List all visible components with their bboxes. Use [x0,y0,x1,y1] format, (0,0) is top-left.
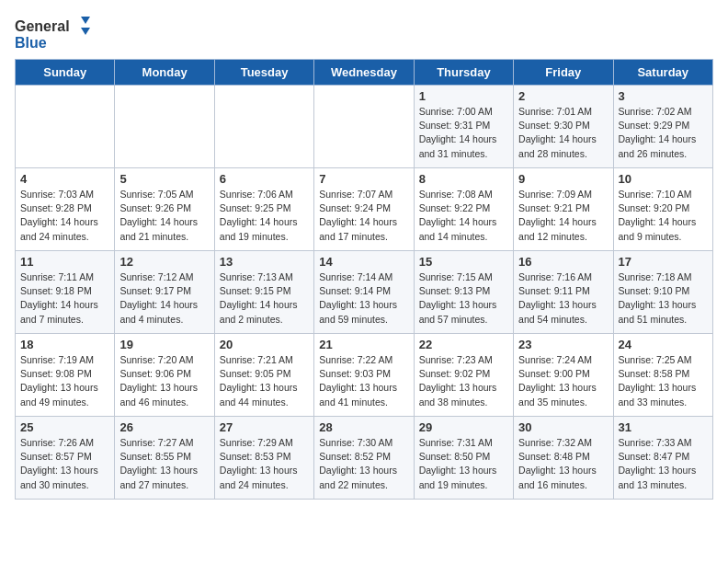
calendar-cell: 23Sunrise: 7:24 AM Sunset: 9:00 PM Dayli… [514,334,613,417]
day-number: 22 [419,338,508,351]
calendar-cell: 28Sunrise: 7:30 AM Sunset: 8:52 PM Dayli… [314,417,414,500]
svg-marker-2 [81,17,90,24]
day-detail: Sunrise: 7:21 AM Sunset: 9:05 PM Dayligh… [220,353,309,409]
calendar-cell: 22Sunrise: 7:23 AM Sunset: 9:02 PM Dayli… [414,334,513,417]
day-detail: Sunrise: 7:32 AM Sunset: 8:48 PM Dayligh… [518,436,608,492]
logo: GeneralBlue [15,15,97,52]
day-number: 11 [20,255,109,269]
day-detail: Sunrise: 7:11 AM Sunset: 9:18 PM Dayligh… [20,270,109,327]
calendar-cell: 30Sunrise: 7:32 AM Sunset: 8:48 PM Dayli… [514,417,613,500]
day-detail: Sunrise: 7:16 AM Sunset: 9:11 PM Dayligh… [518,270,608,327]
day-detail: Sunrise: 7:18 AM Sunset: 9:10 PM Dayligh… [619,270,708,327]
day-number: 18 [20,338,109,351]
calendar-cell: 15Sunrise: 7:15 AM Sunset: 9:13 PM Dayli… [414,251,513,334]
day-number: 26 [119,420,209,434]
calendar-cell: 3Sunrise: 7:02 AM Sunset: 9:29 PM Daylig… [613,86,712,168]
day-detail: Sunrise: 7:01 AM Sunset: 9:30 PM Dayligh… [518,105,608,161]
day-number: 24 [619,338,708,351]
day-number: 21 [319,338,408,351]
day-number: 25 [20,420,109,434]
calendar-cell: 18Sunrise: 7:19 AM Sunset: 9:08 PM Dayli… [16,334,115,417]
calendar-cell: 5Sunrise: 7:05 AM Sunset: 9:26 PM Daylig… [115,168,214,251]
col-header-monday: Monday [115,60,214,86]
svg-text:Blue: Blue [15,35,47,51]
calendar-cell: 24Sunrise: 7:25 AM Sunset: 8:58 PM Dayli… [613,334,712,417]
calendar-cell: 14Sunrise: 7:14 AM Sunset: 9:14 PM Dayli… [314,251,414,334]
day-detail: Sunrise: 7:31 AM Sunset: 8:50 PM Dayligh… [419,436,508,492]
calendar-cell: 11Sunrise: 7:11 AM Sunset: 9:18 PM Dayli… [16,251,115,334]
calendar-cell: 31Sunrise: 7:33 AM Sunset: 8:47 PM Dayli… [613,417,712,500]
day-number: 6 [220,172,309,186]
calendar-cell: 21Sunrise: 7:22 AM Sunset: 9:03 PM Dayli… [314,334,414,417]
day-detail: Sunrise: 7:10 AM Sunset: 9:20 PM Dayligh… [619,188,708,244]
day-number: 29 [419,420,508,434]
calendar-cell [314,86,414,168]
day-detail: Sunrise: 7:05 AM Sunset: 9:26 PM Dayligh… [119,188,209,244]
day-number: 23 [518,338,608,351]
day-detail: Sunrise: 7:24 AM Sunset: 9:00 PM Dayligh… [518,353,608,409]
day-detail: Sunrise: 7:25 AM Sunset: 8:58 PM Dayligh… [619,353,708,409]
day-detail: Sunrise: 7:27 AM Sunset: 8:55 PM Dayligh… [119,436,209,492]
day-detail: Sunrise: 7:13 AM Sunset: 9:15 PM Dayligh… [220,270,309,327]
calendar-cell [16,86,115,168]
day-detail: Sunrise: 7:30 AM Sunset: 8:52 PM Dayligh… [319,436,408,492]
day-detail: Sunrise: 7:26 AM Sunset: 8:57 PM Dayligh… [20,436,109,492]
calendar-cell: 25Sunrise: 7:26 AM Sunset: 8:57 PM Dayli… [16,417,115,500]
day-detail: Sunrise: 7:20 AM Sunset: 9:06 PM Dayligh… [119,353,209,409]
calendar-cell: 29Sunrise: 7:31 AM Sunset: 8:50 PM Dayli… [414,417,513,500]
day-detail: Sunrise: 7:33 AM Sunset: 8:47 PM Dayligh… [619,436,708,492]
day-number: 9 [518,172,608,186]
day-detail: Sunrise: 7:08 AM Sunset: 9:22 PM Dayligh… [419,188,508,244]
day-detail: Sunrise: 7:22 AM Sunset: 9:03 PM Dayligh… [319,353,408,409]
day-number: 8 [419,172,508,186]
day-number: 12 [119,255,209,269]
col-header-sunday: Sunday [16,60,115,86]
calendar-cell [214,86,313,168]
calendar-cell: 1Sunrise: 7:00 AM Sunset: 9:31 PM Daylig… [414,86,513,168]
header: GeneralBlue [15,15,713,52]
day-detail: Sunrise: 7:07 AM Sunset: 9:24 PM Dayligh… [319,188,408,244]
day-number: 16 [518,255,608,269]
col-header-friday: Friday [514,60,613,86]
calendar-cell: 13Sunrise: 7:13 AM Sunset: 9:15 PM Dayli… [214,251,313,334]
day-number: 31 [619,420,708,434]
calendar-cell: 12Sunrise: 7:12 AM Sunset: 9:17 PM Dayli… [115,251,214,334]
day-number: 3 [619,89,708,103]
day-detail: Sunrise: 7:09 AM Sunset: 9:21 PM Dayligh… [518,188,608,244]
calendar-cell: 9Sunrise: 7:09 AM Sunset: 9:21 PM Daylig… [514,168,613,251]
day-detail: Sunrise: 7:14 AM Sunset: 9:14 PM Dayligh… [319,270,408,327]
day-number: 7 [319,172,408,186]
col-header-wednesday: Wednesday [314,60,414,86]
logo-svg: GeneralBlue [15,15,97,52]
day-detail: Sunrise: 7:15 AM Sunset: 9:13 PM Dayligh… [419,270,508,327]
calendar-cell: 7Sunrise: 7:07 AM Sunset: 9:24 PM Daylig… [314,168,414,251]
calendar-header: SundayMondayTuesdayWednesdayThursdayFrid… [16,60,713,86]
day-detail: Sunrise: 7:29 AM Sunset: 8:53 PM Dayligh… [220,436,309,492]
calendar-cell: 26Sunrise: 7:27 AM Sunset: 8:55 PM Dayli… [115,417,214,500]
day-number: 4 [20,172,109,186]
calendar-cell: 8Sunrise: 7:08 AM Sunset: 9:22 PM Daylig… [414,168,513,251]
day-number: 19 [119,338,209,351]
day-number: 2 [518,89,608,103]
col-header-saturday: Saturday [613,60,712,86]
day-detail: Sunrise: 7:02 AM Sunset: 9:29 PM Dayligh… [619,105,708,161]
calendar-cell: 16Sunrise: 7:16 AM Sunset: 9:11 PM Dayli… [514,251,613,334]
day-detail: Sunrise: 7:06 AM Sunset: 9:25 PM Dayligh… [220,188,309,244]
svg-text:General: General [15,18,70,34]
day-number: 20 [220,338,309,351]
calendar-cell: 2Sunrise: 7:01 AM Sunset: 9:30 PM Daylig… [514,86,613,168]
calendar-cell: 27Sunrise: 7:29 AM Sunset: 8:53 PM Dayli… [214,417,313,500]
day-number: 17 [619,255,708,269]
calendar-cell: 4Sunrise: 7:03 AM Sunset: 9:28 PM Daylig… [16,168,115,251]
day-number: 13 [220,255,309,269]
day-detail: Sunrise: 7:23 AM Sunset: 9:02 PM Dayligh… [419,353,508,409]
day-number: 28 [319,420,408,434]
calendar-cell [115,86,214,168]
calendar-cell: 17Sunrise: 7:18 AM Sunset: 9:10 PM Dayli… [613,251,712,334]
day-number: 27 [220,420,309,434]
calendar-cell: 19Sunrise: 7:20 AM Sunset: 9:06 PM Dayli… [115,334,214,417]
day-number: 10 [619,172,708,186]
calendar-cell: 10Sunrise: 7:10 AM Sunset: 9:20 PM Dayli… [613,168,712,251]
day-number: 30 [518,420,608,434]
calendar-table: SundayMondayTuesdayWednesdayThursdayFrid… [15,59,713,500]
